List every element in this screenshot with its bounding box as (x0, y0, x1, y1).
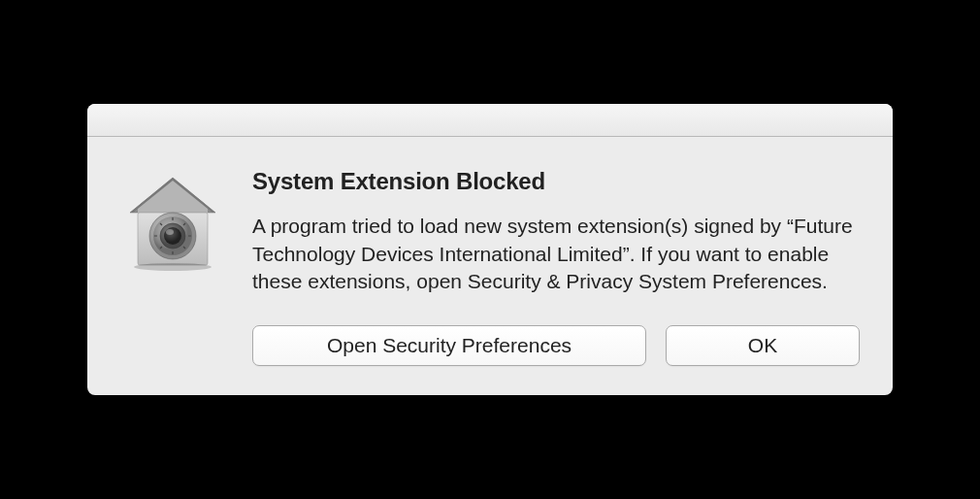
dialog-title: System Extension Blocked (252, 168, 860, 195)
open-security-preferences-button[interactable]: Open Security Preferences (252, 325, 646, 366)
security-house-vault-icon (120, 170, 225, 275)
dialog-content: System Extension Blocked A program tried… (87, 137, 893, 394)
dialog-button-row: Open Security Preferences OK (252, 325, 860, 366)
dialog-titlebar (87, 104, 893, 137)
dialog-message: A program tried to load new system exten… (252, 213, 860, 295)
svg-point-14 (134, 263, 212, 271)
ok-button[interactable]: OK (666, 325, 860, 366)
dialog-text-area: System Extension Blocked A program tried… (252, 166, 860, 365)
svg-point-13 (166, 229, 174, 235)
system-extension-blocked-dialog: System Extension Blocked A program tried… (87, 104, 893, 394)
svg-point-12 (164, 227, 181, 245)
